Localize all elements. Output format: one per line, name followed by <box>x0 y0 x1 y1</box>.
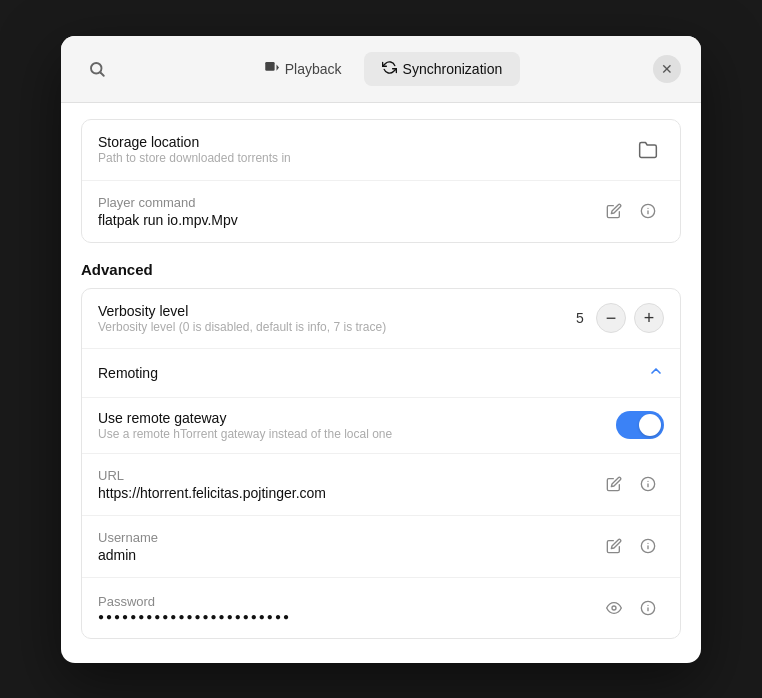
tab-playback[interactable]: Playback <box>246 52 360 86</box>
close-button[interactable]: ✕ <box>653 55 681 83</box>
username-row: Username admin <box>82 516 680 578</box>
url-row: URL https://htorrent.felicitas.pojtinger… <box>82 454 680 516</box>
sync-icon <box>382 60 397 78</box>
use-remote-toggle[interactable] <box>616 411 664 439</box>
password-value: ●●●●●●●●●●●●●●●●●●●●●●●● <box>98 611 598 622</box>
advanced-section-title: Advanced <box>81 261 681 278</box>
search-icon[interactable] <box>81 53 113 85</box>
username-edit-button[interactable] <box>598 530 630 562</box>
use-remote-text: Use remote gateway Use a remote hTorrent… <box>98 410 616 441</box>
url-value: https://htorrent.felicitas.pojtinger.com <box>98 485 598 501</box>
player-text: Player command flatpak run io.mpv.Mpv <box>98 195 598 228</box>
verbosity-controls: 5 − + <box>572 303 664 333</box>
verbosity-plus-button[interactable]: + <box>634 303 664 333</box>
player-command-row: Player command flatpak run io.mpv.Mpv <box>82 181 680 242</box>
storage-location-row: Storage location Path to store downloade… <box>82 120 680 181</box>
verbosity-value: 5 <box>572 310 588 326</box>
password-row: Password ●●●●●●●●●●●●●●●●●●●●●●●● <box>82 578 680 638</box>
storage-subtitle: Path to store downloaded torrents in <box>98 151 632 165</box>
titlebar: Playback Synchronization ✕ <box>61 36 701 103</box>
verbosity-subtitle: Verbosity level (0 is disabled, default … <box>98 320 572 334</box>
settings-window: Playback Synchronization ✕ Storage locat… <box>61 36 701 663</box>
password-info-button[interactable] <box>632 592 664 624</box>
remoting-label: Remoting <box>98 365 648 381</box>
url-text: URL https://htorrent.felicitas.pojtinger… <box>98 468 598 501</box>
username-info-button[interactable] <box>632 530 664 562</box>
svg-line-1 <box>100 72 103 75</box>
verbosity-text: Verbosity level Verbosity level (0 is di… <box>98 303 572 334</box>
password-eye-button[interactable] <box>598 592 630 624</box>
tab-playback-label: Playback <box>285 61 342 77</box>
storage-text: Storage location Path to store downloade… <box>98 134 632 165</box>
svg-point-13 <box>612 606 616 610</box>
use-remote-row: Use remote gateway Use a remote hTorrent… <box>82 398 680 454</box>
verbosity-minus-button[interactable]: − <box>596 303 626 333</box>
settings-content: Storage location Path to store downloade… <box>61 103 701 663</box>
player-label: Player command <box>98 195 598 210</box>
url-edit-button[interactable] <box>598 468 630 500</box>
advanced-card: Verbosity level Verbosity level (0 is di… <box>81 288 681 639</box>
storage-label: Storage location <box>98 134 632 150</box>
tab-group: Playback Synchronization <box>121 52 645 86</box>
use-remote-subtitle: Use a remote hTorrent gateway instead of… <box>98 427 616 441</box>
storage-player-card: Storage location Path to store downloade… <box>81 119 681 243</box>
url-label: URL <box>98 468 598 483</box>
tab-synchronization-label: Synchronization <box>403 61 503 77</box>
remoting-row[interactable]: Remoting <box>82 349 680 398</box>
password-text: Password ●●●●●●●●●●●●●●●●●●●●●●●● <box>98 594 598 622</box>
playback-icon <box>264 60 279 78</box>
svg-marker-3 <box>276 64 279 70</box>
verbosity-label: Verbosity level <box>98 303 572 319</box>
username-label: Username <box>98 530 598 545</box>
use-remote-label: Use remote gateway <box>98 410 616 426</box>
player-info-button[interactable] <box>632 195 664 227</box>
player-edit-button[interactable] <box>598 195 630 227</box>
username-value: admin <box>98 547 598 563</box>
storage-folder-button[interactable] <box>632 134 664 166</box>
password-label: Password <box>98 594 598 609</box>
tab-synchronization[interactable]: Synchronization <box>364 52 521 86</box>
url-info-button[interactable] <box>632 468 664 500</box>
username-text: Username admin <box>98 530 598 563</box>
verbosity-row: Verbosity level Verbosity level (0 is di… <box>82 289 680 349</box>
player-value: flatpak run io.mpv.Mpv <box>98 212 598 228</box>
toggle-switch[interactable] <box>616 411 664 439</box>
remoting-chevron-icon <box>648 363 664 383</box>
svg-rect-2 <box>265 61 274 70</box>
